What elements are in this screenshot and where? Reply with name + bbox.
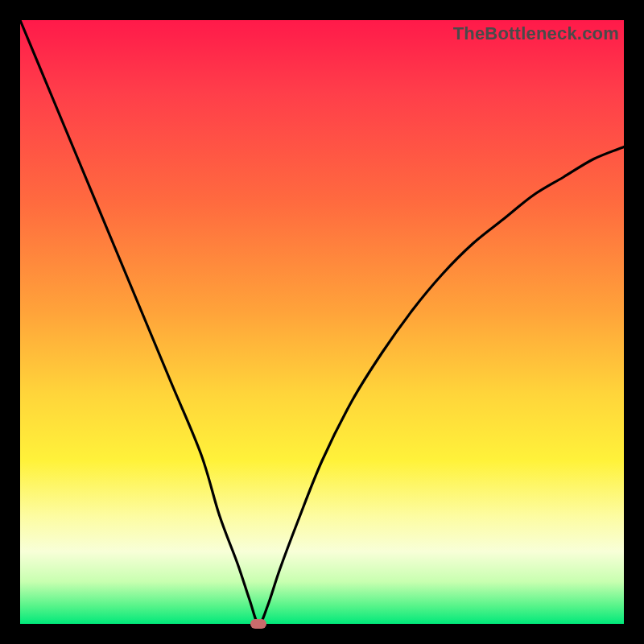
bottleneck-curve [20,20,624,624]
optimal-point-marker [250,619,266,629]
chart-frame: TheBottleneck.com [13,13,631,631]
plot-area: TheBottleneck.com [20,20,624,624]
